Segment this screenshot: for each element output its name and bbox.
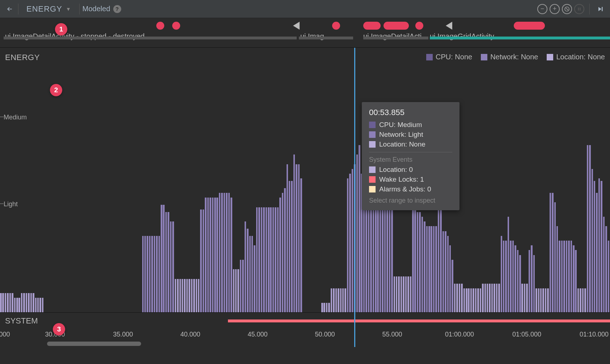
chart-bar [598,178,600,312]
chart-bar [338,288,339,312]
event-dot [156,22,164,30]
back-button[interactable] [4,4,15,14]
chart-bar [268,207,270,312]
chart-bar [577,288,579,312]
energy-chart[interactable]: ENERGY CPU: None Network: None Location:… [0,48,610,313]
playhead-cursor[interactable] [354,48,355,347]
tooltip-hint: Select range to inspect [369,197,452,204]
chart-bar [219,193,221,312]
back-event-icon [446,22,452,30]
chart-bar [493,284,495,312]
chart-bar [550,193,551,312]
chart-bar [359,145,360,312]
chart-bar [563,241,565,312]
chart-bar [529,250,530,312]
chart-bar [323,303,325,312]
chart-bar [172,221,174,312]
chart-bar [482,284,484,312]
chart-bar [582,288,584,312]
time-tick: 35.000 [113,331,133,338]
chart-bar [2,293,4,312]
event-dot [172,22,180,30]
event-timeline[interactable]: ui.ImageDetailActivity - stopped - destr… [0,18,610,48]
time-tick: 25.000 [0,331,10,338]
chart-bar [347,178,349,312]
chart-bar [449,245,451,312]
help-icon[interactable]: ? [113,5,121,13]
chart-bar [459,284,461,312]
chart-bar [587,145,589,312]
tooltip-time: 00:53.855 [369,108,452,117]
chart-bar [419,212,421,312]
chart-bar [263,207,265,312]
pause-button[interactable] [574,4,584,14]
svg-rect-2 [580,7,580,10]
chart-bar [293,155,295,312]
time-tick: 55.000 [382,331,402,338]
chart-bar [39,298,41,312]
chart-bars [0,73,610,312]
chart-bar [28,293,30,312]
event-dot [415,22,423,30]
chart-bar [270,207,272,312]
chart-bar [461,284,463,312]
chart-bar [368,198,370,312]
chart-bar [247,229,249,312]
chart-title: ENERGY [5,53,40,62]
back-event-icon [293,22,300,30]
chart-bar [214,198,216,312]
chart-bar [394,276,395,312]
chart-bar [342,288,344,312]
chart-bar [245,221,246,312]
chart-bar [35,298,37,312]
tooltip-sys-alarm: Alarms & Jobs: 0 [379,185,431,193]
zoom-out-button[interactable]: − [537,4,547,14]
chart-bar [396,276,398,312]
system-lane[interactable]: SYSTEM [0,313,610,329]
chart-bar [18,298,20,312]
chart-bar [452,260,453,312]
toolbar: ENERGY ▼ Modeled ? − + [0,0,610,18]
chart-bar [30,293,32,312]
chart-bar [559,241,560,312]
chart-bar [298,164,300,312]
chart-bar [207,198,209,312]
chart-bar [477,288,479,312]
chart-bar [284,188,286,312]
time-axis[interactable]: 25.00030.00035.00040.00045.00050.00055.0… [0,329,610,347]
status-text: Modeled [82,5,110,13]
chart-bar [580,288,581,312]
chart-bar [191,279,193,312]
chart-bar [344,288,346,312]
chart-bar [326,303,328,312]
chart-bar [272,207,274,312]
chart-bar [503,241,505,312]
profiler-dropdown[interactable]: ENERGY ▼ [21,4,76,14]
chart-bar [531,245,533,312]
chart-bar [287,164,288,312]
go-live-button[interactable] [595,4,606,14]
chart-bar [561,241,563,312]
chart-bar [242,260,244,312]
event-pill [514,22,545,30]
chart-bar [179,279,181,312]
chart-bar [42,298,44,312]
reset-zoom-button[interactable] [562,4,572,14]
chart-bar [230,198,232,312]
chart-bar [422,217,423,312]
chart-bar [545,288,547,312]
chart-bar [224,193,225,312]
chart-bar [440,193,442,312]
tooltip-sys-location: Location: 0 [379,166,413,174]
svg-rect-1 [578,7,579,10]
chart-bar [209,198,211,312]
zoom-in-button[interactable]: + [550,4,560,14]
system-label: SYSTEM [0,316,38,326]
time-tick: 01:00.000 [445,331,474,338]
tooltip-cpu: CPU: Medium [379,121,422,129]
chart-bar [566,241,568,312]
chart-bar [251,236,253,312]
time-tick: 45.000 [247,331,267,338]
scrollbar-thumb[interactable] [47,342,141,346]
chart-bar [184,279,186,312]
